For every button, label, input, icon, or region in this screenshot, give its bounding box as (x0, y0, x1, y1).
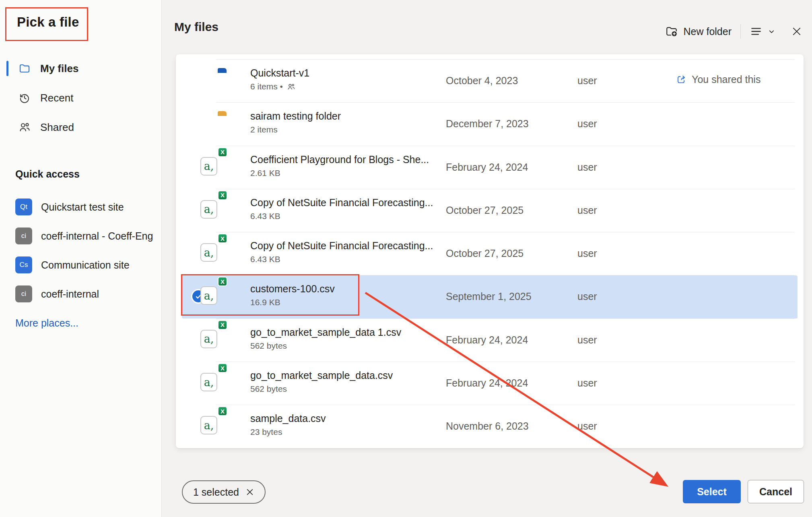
file-owner: user (577, 118, 597, 130)
sidebar-item-label: Shared (40, 121, 74, 134)
shared-people-icon (287, 83, 295, 91)
file-name: Copy of NetSuite Financial Forecasting..… (250, 197, 441, 209)
header-actions: New folder (665, 21, 803, 42)
file-meta: 6.43 KB (250, 211, 441, 221)
file-meta: 562 bytes (250, 341, 441, 351)
site-label: coeff-internal (41, 288, 99, 300)
selected-indicator (6, 61, 8, 76)
quick-access-item[interactable]: Cs Communication site (0, 254, 161, 276)
file-name: sairam testing folder (250, 110, 441, 122)
quick-access-item[interactable]: ci coeff-internal - Coeff-Eng (0, 225, 161, 247)
file-owner: user (577, 334, 597, 346)
file-size: 23 bytes (250, 427, 282, 437)
cancel-button[interactable]: Cancel (748, 480, 804, 503)
file-meta: 16.9 KB (250, 298, 441, 307)
file-size: 6 items • (250, 82, 283, 91)
close-button[interactable] (791, 26, 802, 37)
selected-count-pill[interactable]: 1 selected (182, 480, 266, 504)
quick-access-item[interactable]: ci coeff-internal (0, 283, 161, 305)
file-list: Quickstart-v1 6 items • October 4, 2023 … (176, 59, 804, 448)
share-icon (676, 74, 687, 85)
file-name: Coefficient Playground for Blogs - She..… (250, 154, 441, 165)
file-meta: 2.61 KB (250, 168, 441, 178)
close-icon (791, 26, 802, 37)
sidebar-item-label: Recent (40, 92, 73, 104)
file-name: go_to_market_sample_data.csv (250, 370, 441, 381)
file-row[interactable]: a,X Copy of NetSuite Financial Forecasti… (176, 232, 804, 275)
file-row[interactable]: a,X go_to_market_sample_data.csv 562 byt… (176, 362, 804, 405)
quick-access-heading: Quick access (15, 168, 80, 180)
file-size: 562 bytes (250, 384, 287, 394)
quick-access-list: Qt Quickstart test site ci coeff-interna… (0, 196, 161, 312)
file-owner: user (577, 161, 597, 173)
chevron-down-icon (768, 28, 775, 35)
sidebar-item-shared[interactable]: Shared (0, 116, 161, 139)
site-avatar: Qt (15, 199, 32, 215)
file-name: Quickstart-v1 (250, 67, 441, 79)
new-folder-icon (665, 25, 678, 38)
file-date: October 4, 2023 (446, 75, 518, 87)
site-avatar: ci (15, 227, 32, 244)
file-date: November 6, 2023 (446, 420, 529, 432)
people-icon (19, 121, 31, 133)
sidebar-item-label: My files (40, 62, 78, 75)
file-date: October 27, 2025 (446, 205, 523, 216)
file-size: 16.9 KB (250, 298, 280, 307)
file-row[interactable]: Quickstart-v1 6 items • October 4, 2023 … (176, 59, 804, 102)
file-name: Copy of NetSuite Financial Forecasting..… (250, 240, 441, 252)
quick-access-item[interactable]: Qt Quickstart test site (0, 196, 161, 218)
file-size: 6.43 KB (250, 254, 280, 264)
shared-status-label: You shared this (692, 74, 760, 85)
file-meta: 6 items • (250, 82, 441, 91)
more-places-link[interactable]: More places... (15, 317, 78, 329)
file-date: December 7, 2023 (446, 118, 529, 130)
file-size: 562 bytes (250, 341, 287, 351)
file-row[interactable]: sairam testing folder 2 items December 7… (176, 102, 804, 145)
file-list-panel: Quickstart-v1 6 items • October 4, 2023 … (176, 54, 804, 448)
file-row[interactable]: a,X customers-100.csv 16.9 KB September … (176, 275, 804, 318)
view-options-button[interactable] (750, 25, 775, 38)
new-folder-button[interactable]: New folder (665, 25, 732, 38)
file-owner: user (577, 420, 597, 432)
clear-selection-icon[interactable] (245, 488, 254, 496)
sidebar: Pick a file My files Recent Shared (0, 0, 162, 517)
file-name: customers-100.csv (250, 283, 441, 295)
header-divider (740, 24, 741, 39)
file-owner: user (577, 377, 597, 389)
file-name: sample_data.csv (250, 413, 441, 424)
site-avatar: Cs (15, 256, 32, 273)
file-row[interactable]: a,X Copy of NetSuite Financial Forecasti… (176, 189, 804, 232)
selected-count-label: 1 selected (193, 486, 239, 498)
file-date: February 24, 2024 (446, 334, 528, 346)
file-owner: user (577, 75, 597, 87)
sidebar-nav: My files Recent Shared (0, 57, 161, 145)
list-view-icon (750, 25, 763, 38)
file-date: February 24, 2024 (446, 161, 528, 173)
file-meta: 23 bytes (250, 427, 441, 437)
new-folder-label: New folder (684, 26, 732, 37)
file-size: 6.43 KB (250, 211, 280, 221)
page-title: My files (174, 20, 218, 34)
file-size: 2.61 KB (250, 168, 280, 178)
file-meta: 562 bytes (250, 384, 441, 394)
file-owner: user (577, 248, 597, 259)
file-row[interactable]: a,X go_to_market_sample_data 1.csv 562 b… (176, 318, 804, 362)
shared-status: You shared this (676, 74, 760, 85)
file-meta: 2 items (250, 125, 441, 134)
dialog-title: Pick a file (17, 14, 79, 30)
sidebar-item-my-files[interactable]: My files (0, 57, 161, 80)
select-button[interactable]: Select (683, 480, 741, 503)
file-owner: user (577, 291, 597, 302)
file-owner: user (577, 205, 597, 216)
file-name: go_to_market_sample_data 1.csv (250, 327, 441, 338)
folder-icon (19, 62, 31, 74)
file-size: 2 items (250, 125, 278, 134)
file-row[interactable]: a,X Coefficient Playground for Blogs - S… (176, 146, 804, 189)
file-picker-dialog: Pick a file My files Recent Shared (0, 0, 812, 517)
site-label: Communication site (41, 259, 130, 271)
history-icon (19, 92, 31, 104)
file-row[interactable]: a,X sample_data.csv 23 bytes November 6,… (176, 405, 804, 448)
site-label: Quickstart test site (41, 201, 124, 213)
file-meta: 6.43 KB (250, 254, 441, 264)
sidebar-item-recent[interactable]: Recent (0, 87, 161, 109)
